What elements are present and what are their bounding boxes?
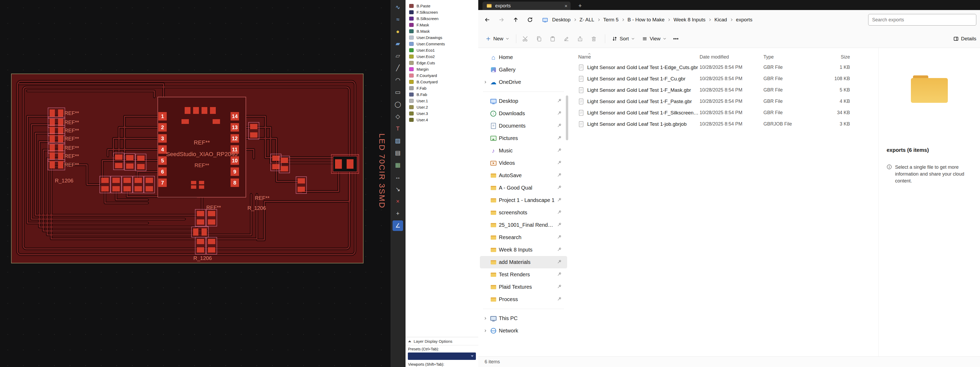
layer-color-swatch[interactable] [409, 92, 414, 97]
layer-color-swatch[interactable] [409, 42, 414, 46]
layer-color-swatch[interactable] [409, 61, 414, 65]
layer-row[interactable]: User.Drawings [406, 34, 478, 41]
sidebar-item[interactable]: 25_1001_Final Renders [480, 219, 567, 231]
layer-color-swatch[interactable] [409, 23, 414, 27]
sidebar-item[interactable]: Videos [480, 157, 567, 169]
route-differential-pairs-icon[interactable]: ≈ [393, 14, 403, 25]
add-text-box-icon[interactable]: ▤ [393, 148, 403, 158]
layer-row[interactable]: User.Eco1 [406, 47, 478, 53]
layer-row[interactable]: User.Eco2 [406, 53, 478, 60]
refresh-button[interactable] [525, 14, 535, 25]
breadcrumb-item[interactable]: B - How to Make [625, 16, 671, 24]
share-button[interactable] [574, 33, 586, 44]
draw-rectangle-icon[interactable]: ▭ [393, 87, 403, 98]
sidebar-item[interactable]: Downloads [480, 107, 567, 120]
layer-color-swatch[interactable] [409, 36, 414, 40]
column-header-date[interactable]: Date modified [700, 54, 764, 60]
edge-connector[interactable] [331, 154, 359, 173]
delete-items-icon[interactable]: × [393, 196, 403, 207]
see-more-button[interactable] [670, 33, 682, 44]
layer-display-options-toggle[interactable]: Layer Display Options [406, 337, 478, 345]
sidebar-item[interactable]: Project 1 - Landscape 1 [480, 194, 567, 207]
sidebar-item[interactable]: Desktop [480, 95, 567, 107]
layer-row[interactable]: F.Courtyard [406, 72, 478, 79]
layer-row[interactable]: F.Silkscreen [406, 9, 478, 15]
column-header-size[interactable]: Size [818, 54, 850, 60]
file-row[interactable]: Light Sensor and Gold Leaf Test 1-Edge_C… [574, 62, 878, 73]
presets-dropdown[interactable] [408, 353, 476, 360]
add-leader-icon[interactable]: ↘ [393, 184, 403, 195]
layer-row[interactable]: B.Paste [406, 3, 478, 9]
layer-row[interactable]: B.Courtyard [406, 79, 478, 85]
cut-button[interactable] [519, 33, 531, 44]
sidebar-item[interactable]: Plaid Textures [480, 281, 567, 293]
route-tracks-icon[interactable]: ∿ [393, 2, 403, 13]
sidebar-scrollbar[interactable] [566, 95, 568, 140]
sidebar-item[interactable]: Test Renders [480, 268, 567, 281]
layer-row[interactable]: Edge.Cuts [406, 60, 478, 66]
sidebar-item[interactable]: screenshots [480, 207, 567, 219]
layer-color-swatch[interactable] [409, 118, 414, 122]
add-via-icon[interactable]: ● [393, 26, 403, 37]
layer-row[interactable]: User.3 [406, 110, 478, 116]
layer-color-swatch[interactable] [409, 17, 414, 21]
layer-row[interactable]: B.Mask [406, 28, 478, 34]
tab-close-icon[interactable]: × [565, 3, 568, 8]
breadcrumb-item[interactable]: Kicad [712, 16, 734, 24]
search-box[interactable] [868, 14, 976, 25]
draw-polygon-icon[interactable]: ◇ [393, 111, 403, 122]
details-pane-button[interactable]: Details [950, 33, 980, 44]
file-row[interactable]: Light Sensor and Gold Leaf Test 1-F_Silk… [574, 107, 878, 118]
layer-color-swatch[interactable] [409, 86, 414, 90]
add-filled-zone-icon[interactable]: ▰ [393, 38, 403, 49]
layer-row[interactable]: F.Mask [406, 22, 478, 28]
layer-color-swatch[interactable] [409, 48, 414, 52]
rename-button[interactable] [560, 33, 572, 44]
layer-color-swatch[interactable] [409, 105, 414, 109]
view-button[interactable]: View [638, 33, 670, 44]
up-button[interactable] [511, 14, 521, 25]
sidebar-item[interactable]: Network [480, 324, 567, 337]
copy-button[interactable] [533, 33, 545, 44]
column-header-name[interactable]: Name [578, 54, 700, 60]
layer-row[interactable]: User.Comments [406, 41, 478, 47]
new-tab-button[interactable]: + [576, 2, 584, 10]
layer-row[interactable]: F.Fab [406, 85, 478, 91]
layer-color-swatch[interactable] [409, 111, 414, 116]
layer-row[interactable]: User.1 [406, 98, 478, 104]
sidebar-item[interactable]: Research [480, 231, 567, 244]
sidebar-item[interactable]: OneDrive [480, 76, 567, 88]
sidebar-item[interactable]: add Materials [480, 256, 567, 268]
paste-button[interactable] [547, 33, 558, 44]
sidebar-item[interactable]: A - Good Qual [480, 182, 567, 194]
layer-color-swatch[interactable] [409, 55, 414, 59]
layer-row[interactable]: User.2 [406, 104, 478, 110]
sidebar-item[interactable]: AutoSave [480, 169, 567, 182]
layer-row[interactable]: B.Fab [406, 91, 478, 98]
new-button[interactable]: New [482, 33, 513, 44]
add-text-icon[interactable]: T [393, 123, 403, 134]
forward-button[interactable] [496, 14, 507, 25]
sidebar-item[interactable]: Process [480, 293, 567, 305]
pcb-canvas[interactable]: 1 2 3 4 5 6 7 14 13 12 11 10 9 8 REF** [0, 0, 391, 367]
sort-button[interactable]: Sort [608, 33, 638, 44]
layer-color-swatch[interactable] [409, 73, 414, 78]
draw-circle-icon[interactable]: ◯ [393, 99, 403, 110]
layer-color-swatch[interactable] [409, 29, 414, 33]
search-input[interactable] [869, 17, 976, 23]
file-row[interactable]: Light Sensor and Gold Leaf Test 1-job.gb… [574, 118, 878, 130]
add-dimension-icon[interactable]: ↔ [393, 172, 403, 183]
sidebar-item[interactable]: Pictures [480, 132, 567, 145]
layer-color-swatch[interactable] [409, 10, 414, 14]
layer-color-swatch[interactable] [409, 4, 414, 8]
draw-line-icon[interactable]: ╱ [393, 63, 403, 73]
breadcrumb-item[interactable]: Term 5 [601, 16, 625, 24]
layer-color-swatch[interactable] [409, 99, 414, 103]
back-button[interactable] [482, 14, 493, 25]
breadcrumb-item[interactable]: exports [734, 16, 754, 24]
mcu-footprint[interactable]: 1 2 3 4 5 6 7 14 13 12 11 10 9 8 REF** [158, 97, 246, 197]
breadcrumb-item[interactable]: Week 8 Inputs [671, 16, 712, 24]
column-header-type[interactable]: Type [764, 54, 818, 60]
layer-row[interactable]: B.Silkscreen [406, 15, 478, 22]
explorer-tab[interactable]: exports × [482, 2, 571, 10]
